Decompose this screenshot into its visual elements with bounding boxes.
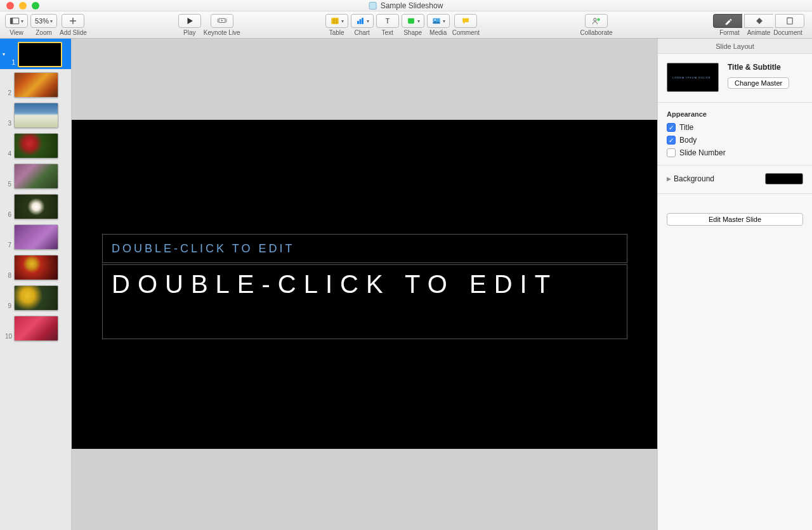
appearance-heading: Appearance xyxy=(667,110,803,118)
slide-thumbnail-image[interactable] xyxy=(14,255,58,280)
slide-thumbnail[interactable]: 7 xyxy=(0,221,71,252)
animate-label: Animate xyxy=(744,29,773,36)
slide-thumbnail[interactable]: 3 xyxy=(0,100,71,130)
inspector-sidebar: Slide Layout LOREM IPSUM DOLOR Title & S… xyxy=(657,39,812,530)
format-label: Format xyxy=(715,29,744,36)
toolbar: ▾ View 53% ▾ Zoom Add Slide Play xyxy=(0,11,812,39)
slide-number-checkbox[interactable] xyxy=(667,148,676,157)
slide-thumbnail-image[interactable] xyxy=(14,316,58,341)
subtitle-text-box[interactable]: DOUBLE-CLICK TO EDIT xyxy=(102,234,627,263)
svg-rect-6 xyxy=(362,18,363,24)
inspector-header: Slide Layout xyxy=(658,39,812,54)
zoom-dropdown[interactable]: 53% ▾ xyxy=(30,14,57,28)
slide-thumbnail-image[interactable] xyxy=(14,224,58,250)
chevron-down-icon: ▾ xyxy=(21,18,23,24)
slide-thumbnail-image[interactable] xyxy=(14,103,58,128)
svg-point-10 xyxy=(435,20,436,21)
chevron-down-icon: ▾ xyxy=(50,18,53,24)
slide-thumbnail[interactable]: 4 xyxy=(0,130,71,160)
view-label: View xyxy=(10,29,23,36)
expand-indicator-icon[interactable]: ▾ xyxy=(3,51,9,67)
slide-canvas[interactable]: DOUBLE-CLICK TO EDIT DOUBLE-CLICK TO EDI… xyxy=(72,120,657,449)
chart-button[interactable]: ▾ xyxy=(351,14,374,28)
slide-thumbnail-image[interactable] xyxy=(14,285,58,311)
zoom-value: 53% xyxy=(35,17,49,25)
chevron-down-icon: ▾ xyxy=(417,18,420,24)
collaborate-label: Collaborate xyxy=(580,29,612,36)
play-button[interactable] xyxy=(178,14,201,28)
slide-thumbnail[interactable]: 10 xyxy=(0,313,71,343)
background-color-well[interactable] xyxy=(765,173,803,184)
slide-thumbnail[interactable]: 6 xyxy=(0,191,71,221)
slide-thumbnail[interactable]: 5 xyxy=(0,160,71,191)
svg-rect-4 xyxy=(357,21,359,24)
slide-thumbnail-image[interactable] xyxy=(14,72,58,98)
svg-rect-1 xyxy=(10,18,13,23)
fullscreen-window-button[interactable] xyxy=(32,2,39,10)
slide-number: 1 xyxy=(9,59,18,67)
minimize-window-button[interactable] xyxy=(19,2,27,10)
change-master-button[interactable]: Change Master xyxy=(728,77,789,89)
body-checkbox[interactable]: ✓ xyxy=(667,136,676,145)
slide-thumbnail[interactable]: 2 xyxy=(0,69,71,100)
svg-rect-8 xyxy=(408,18,414,23)
slide-number: 7 xyxy=(5,242,14,250)
svg-text:T: T xyxy=(385,17,390,25)
slide-thumbnail-image[interactable] xyxy=(18,42,62,67)
text-button[interactable]: T xyxy=(376,14,399,28)
slide-thumbnail-image[interactable] xyxy=(14,133,58,158)
slide-number: 3 xyxy=(5,120,14,128)
slide-navigator[interactable]: ▾12345678910 xyxy=(0,39,72,530)
window-title: Sample Slideshow xyxy=(381,1,443,10)
document-tab[interactable] xyxy=(775,14,804,28)
master-name: Title & Subtitle xyxy=(728,63,803,72)
table-label: Table xyxy=(329,29,344,36)
keynote-live-button[interactable] xyxy=(211,14,233,28)
slide-canvas-area[interactable]: DOUBLE-CLICK TO EDIT DOUBLE-CLICK TO EDI… xyxy=(72,39,657,530)
slide-number: 2 xyxy=(5,89,14,98)
add-slide-label: Add Slide xyxy=(60,29,87,36)
svg-rect-5 xyxy=(359,19,361,24)
slide-number: 5 xyxy=(5,181,14,189)
chart-label: Chart xyxy=(354,29,369,36)
table-button[interactable]: ▾ xyxy=(325,14,348,28)
shape-button[interactable]: ▾ xyxy=(402,14,424,28)
media-button[interactable]: ▾ xyxy=(427,14,450,28)
svg-rect-3 xyxy=(331,18,338,24)
collaborate-button[interactable]: + xyxy=(585,14,608,28)
edit-master-slide-button[interactable]: Edit Master Slide xyxy=(667,213,803,226)
keynote-live-label: Keynote Live xyxy=(204,29,240,36)
title-text-box[interactable]: DOUBLE-CLICK TO EDIT xyxy=(102,264,627,339)
format-tab[interactable] xyxy=(713,14,742,28)
chevron-down-icon: ▾ xyxy=(443,18,445,24)
add-slide-button[interactable] xyxy=(62,14,84,28)
slide-thumbnail[interactable]: ▾1 xyxy=(0,39,71,69)
svg-rect-14 xyxy=(787,18,792,24)
chevron-down-icon: ▾ xyxy=(341,18,344,24)
animate-tab[interactable] xyxy=(744,14,773,28)
close-window-button[interactable] xyxy=(6,2,14,10)
media-label: Media xyxy=(429,29,447,36)
disclosure-triangle-icon[interactable]: ▶ xyxy=(667,176,671,182)
svg-point-11 xyxy=(594,18,596,21)
text-label: Text xyxy=(382,29,393,36)
zoom-label: Zoom xyxy=(36,29,52,36)
document-icon xyxy=(369,2,377,10)
slide-thumbnail-image[interactable] xyxy=(14,194,58,219)
slide-number: 6 xyxy=(5,211,14,219)
shape-label: Shape xyxy=(403,29,422,36)
slide-thumbnail[interactable]: 9 xyxy=(0,282,71,313)
slide-thumbnail-image[interactable] xyxy=(14,164,58,189)
document-label: Document xyxy=(773,29,802,36)
slide-thumbnail[interactable]: 8 xyxy=(0,252,71,282)
title-checkbox[interactable]: ✓ xyxy=(667,123,676,132)
slide-number: 8 xyxy=(5,272,14,280)
comment-button[interactable] xyxy=(454,14,477,28)
subtitle-placeholder: DOUBLE-CLICK TO EDIT xyxy=(112,242,618,255)
body-check-label: Body xyxy=(679,136,697,145)
window-titlebar: Sample Slideshow xyxy=(0,0,812,11)
slide-number: 10 xyxy=(5,333,14,341)
slide-number-check-label: Slide Number xyxy=(679,148,726,157)
view-button[interactable]: ▾ xyxy=(5,14,28,28)
background-label: Background xyxy=(674,174,714,183)
